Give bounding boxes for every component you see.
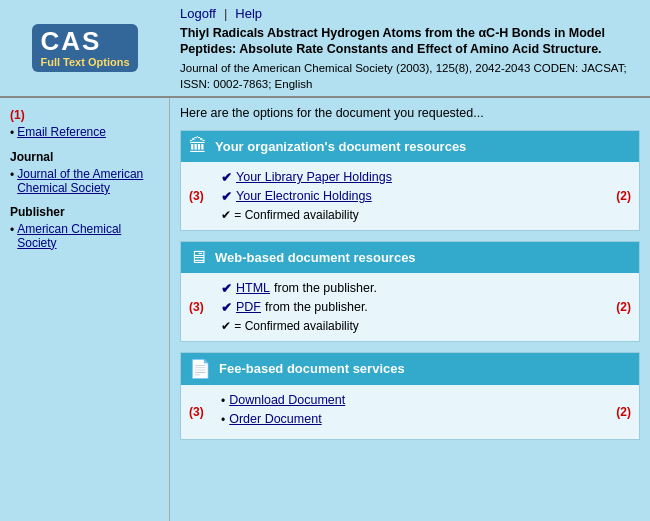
check-electronic: ✔ [221, 189, 232, 204]
article-meta: Journal of the American Chemical Society… [180, 60, 640, 92]
sidebar-section-journal: Journal • Journal of the American Chemic… [10, 150, 159, 195]
download-item: • Download Document [221, 393, 629, 408]
org-resources-section: 🏛 Your organization's document resources… [180, 130, 640, 231]
document-icon: 📄 [189, 358, 211, 380]
article-title: Thiyl Radicals Abstract Hydrogen Atoms f… [180, 25, 640, 58]
bullet-publisher: • [10, 223, 14, 237]
pdf-from-publisher: from the publisher. [265, 300, 368, 314]
pdf-link[interactable]: PDF [236, 300, 261, 314]
bullet-email: • [10, 126, 14, 140]
fee-services-header: 📄 Fee-based document services [181, 353, 639, 385]
publisher-section-title: Publisher [10, 205, 159, 219]
org-resources-body: (3) ✔ Your Library Paper Holdings ✔ Your… [181, 162, 639, 230]
sidebar-journal-item: • Journal of the American Chemical Socie… [10, 167, 159, 195]
fee-services-title: Fee-based document services [219, 361, 405, 376]
top-nav-links: Logoff | Help [180, 6, 640, 21]
bullet-journal: • [10, 168, 14, 182]
top-bar: CAS Full Text Options Logoff | Help Thiy… [0, 0, 650, 98]
order-document-link[interactable]: Order Document [229, 412, 321, 426]
fee-services-section: 📄 Fee-based document services (3) • Down… [180, 352, 640, 440]
org-label-2: (2) [616, 189, 631, 203]
cas-logo: CAS [40, 28, 101, 54]
intro-text: Here are the options for the document yo… [180, 106, 640, 120]
fee-label-3: (3) [189, 405, 204, 419]
electronic-holdings-link[interactable]: Your Electronic Holdings [236, 189, 372, 203]
journal-link[interactable]: Journal of the American Chemical Society [17, 167, 159, 195]
library-paper-item: ✔ Your Library Paper Holdings [221, 170, 629, 185]
main-area: (1) • Email Reference Journal • Journal … [0, 98, 650, 521]
html-from-publisher: from the publisher. [274, 281, 377, 295]
web-label-3: (3) [189, 300, 204, 314]
fee-label-2: (2) [616, 405, 631, 419]
library-paper-link[interactable]: Your Library Paper Holdings [236, 170, 392, 184]
help-link[interactable]: Help [235, 6, 262, 21]
divider: | [224, 6, 227, 21]
logo-box: CAS Full Text Options [32, 24, 137, 72]
html-item: ✔ HTML from the publisher. [221, 281, 629, 296]
pdf-item: ✔ PDF from the publisher. [221, 300, 629, 315]
logoff-link[interactable]: Logoff [180, 6, 216, 21]
logo-area: CAS Full Text Options [0, 0, 170, 96]
org-label-3: (3) [189, 189, 204, 203]
web-resources-header: 🖥 Web-based document resources [181, 242, 639, 273]
journal-section-title: Journal [10, 150, 159, 164]
web-label-2: (2) [616, 300, 631, 314]
sidebar-section-email: (1) • Email Reference [10, 108, 159, 140]
web-confirmed-text: ✔ = Confirmed availability [221, 319, 629, 333]
sidebar-section-publisher: Publisher • American Chemical Society [10, 205, 159, 250]
check-html: ✔ [221, 281, 232, 296]
org-resources-title: Your organization's document resources [215, 139, 466, 154]
bullet-order: • [221, 413, 225, 427]
web-resources-body: (3) ✔ HTML from the publisher. ✔ PDF fro… [181, 273, 639, 341]
fee-services-body: (3) • Download Document • Order Document… [181, 385, 639, 439]
check-pdf: ✔ [221, 300, 232, 315]
building-icon: 🏛 [189, 136, 207, 157]
content-area: Here are the options for the document yo… [170, 98, 650, 521]
bullet-download: • [221, 394, 225, 408]
logo-subtitle: Full Text Options [40, 56, 129, 68]
email-reference-link[interactable]: Email Reference [17, 125, 106, 139]
web-resources-title: Web-based document resources [215, 250, 416, 265]
web-resources-section: 🖥 Web-based document resources (3) ✔ HTM… [180, 241, 640, 342]
org-resources-header: 🏛 Your organization's document resources [181, 131, 639, 162]
electronic-holdings-item: ✔ Your Electronic Holdings [221, 189, 629, 204]
publisher-link[interactable]: American Chemical Society [17, 222, 159, 250]
check-library: ✔ [221, 170, 232, 185]
order-item: • Order Document [221, 412, 629, 427]
sidebar-email-item: • Email Reference [10, 125, 159, 140]
download-document-link[interactable]: Download Document [229, 393, 345, 407]
sidebar-publisher-item: • American Chemical Society [10, 222, 159, 250]
top-nav: Logoff | Help Thiyl Radicals Abstract Hy… [170, 0, 650, 96]
org-confirmed-text: ✔ = Confirmed availability [221, 208, 629, 222]
html-link[interactable]: HTML [236, 281, 270, 295]
computer-icon: 🖥 [189, 247, 207, 268]
sidebar: (1) • Email Reference Journal • Journal … [0, 98, 170, 521]
sidebar-label-1: (1) [10, 108, 159, 122]
